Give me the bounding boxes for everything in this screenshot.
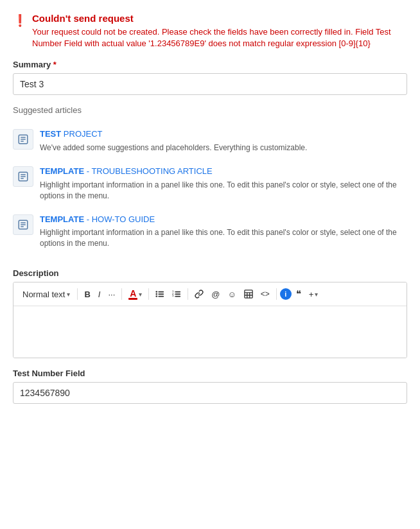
test-number-input[interactable] bbox=[13, 382, 407, 404]
description-editor-body[interactable] bbox=[13, 306, 407, 358]
svg-rect-13 bbox=[159, 291, 164, 293]
separator-4 bbox=[188, 288, 188, 300]
code-button[interactable]: <> bbox=[258, 288, 273, 300]
article-title-2: TEMPLATE - TROUBLESHOOTING ARTICLE bbox=[40, 166, 407, 177]
svg-rect-24 bbox=[245, 290, 252, 298]
mention-button[interactable]: @ bbox=[208, 288, 223, 301]
article-icon-2 bbox=[13, 166, 33, 187]
article-item-1[interactable]: TEST PROJECT We've added some suggestion… bbox=[13, 123, 407, 160]
color-chevron: ▾ bbox=[139, 291, 142, 298]
error-message: Your request could not be created. Pleas… bbox=[32, 26, 407, 49]
separator-5 bbox=[276, 288, 277, 300]
article-desc-3: Highlight important information in a pan… bbox=[40, 227, 407, 249]
editor-toolbar: Normal text ▾ B I ··· A ▾ bbox=[13, 282, 407, 306]
text-color-button[interactable]: A ▾ bbox=[125, 287, 145, 302]
text-style-label: Normal text bbox=[22, 290, 65, 299]
svg-text:3.: 3. bbox=[172, 294, 175, 297]
separator-2 bbox=[121, 288, 122, 300]
svg-rect-23 bbox=[175, 296, 181, 297]
article-title-1: TEST PROJECT bbox=[40, 129, 407, 140]
test-number-label: Test Number Field bbox=[13, 369, 407, 378]
insert-more-button[interactable]: + ▾ bbox=[306, 288, 322, 301]
summary-label: Summary * bbox=[13, 60, 407, 69]
article-item-2[interactable]: TEMPLATE - TROUBLESHOOTING ARTICLE Highl… bbox=[13, 160, 407, 207]
more-formatting-button[interactable]: ··· bbox=[105, 288, 118, 301]
article-icon-1 bbox=[13, 129, 33, 150]
summary-section: Summary * bbox=[13, 60, 407, 95]
info-button[interactable]: i bbox=[280, 288, 292, 300]
color-underline bbox=[128, 298, 137, 300]
article-content-3: TEMPLATE - HOW-TO GUIDE Highlight import… bbox=[40, 214, 407, 249]
bold-button[interactable]: B bbox=[81, 288, 93, 301]
color-a-label: A bbox=[130, 289, 136, 298]
required-indicator: * bbox=[51, 60, 57, 69]
svg-rect-19 bbox=[175, 291, 181, 293]
summary-input[interactable] bbox=[13, 73, 407, 95]
error-title: Couldn't send request bbox=[32, 13, 407, 24]
separator-1 bbox=[77, 288, 78, 300]
description-section: Description Normal text ▾ B I ··· A bbox=[13, 268, 407, 358]
description-label: Description bbox=[13, 268, 407, 278]
svg-point-12 bbox=[156, 291, 158, 293]
numbered-list-button[interactable]: 1. 2. 3. bbox=[169, 288, 184, 300]
svg-point-14 bbox=[156, 293, 158, 295]
article-item-3[interactable]: TEMPLATE - HOW-TO GUIDE Highlight import… bbox=[13, 208, 407, 256]
article-desc-2: Highlight important information in a pan… bbox=[40, 180, 407, 202]
article-content-1: TEST PROJECT We've added some suggestion… bbox=[40, 129, 407, 153]
article-icon-3 bbox=[13, 214, 33, 235]
svg-point-16 bbox=[156, 295, 158, 297]
text-style-chevron: ▾ bbox=[67, 291, 70, 298]
article-content-2: TEMPLATE - TROUBLESHOOTING ARTICLE Highl… bbox=[40, 166, 407, 201]
quote-button[interactable]: ❝ bbox=[293, 286, 304, 302]
italic-button[interactable]: I bbox=[95, 288, 104, 301]
error-banner: ❗ Couldn't send request Your request cou… bbox=[13, 13, 407, 49]
emoji-button[interactable]: ☺ bbox=[225, 288, 240, 301]
article-title-3: TEMPLATE - HOW-TO GUIDE bbox=[40, 214, 407, 225]
svg-rect-15 bbox=[159, 293, 164, 295]
svg-rect-17 bbox=[159, 296, 164, 297]
suggested-articles-label: Suggested articles bbox=[13, 105, 407, 115]
svg-rect-21 bbox=[175, 293, 181, 295]
table-button[interactable] bbox=[241, 288, 256, 300]
suggested-articles-section: Suggested articles TEST PROJECT We've ad… bbox=[13, 105, 407, 256]
test-number-section: Test Number Field bbox=[13, 369, 407, 404]
bullet-list-button[interactable] bbox=[152, 288, 168, 300]
separator-3 bbox=[148, 288, 149, 300]
article-desc-1: We've added some suggestions and placeho… bbox=[40, 143, 407, 153]
insert-more-chevron: ▾ bbox=[315, 291, 318, 298]
error-icon: ❗ bbox=[13, 13, 27, 28]
editor-container: Normal text ▾ B I ··· A ▾ bbox=[13, 282, 407, 358]
text-style-dropdown[interactable]: Normal text ▾ bbox=[19, 288, 74, 301]
link-button[interactable] bbox=[191, 288, 207, 300]
